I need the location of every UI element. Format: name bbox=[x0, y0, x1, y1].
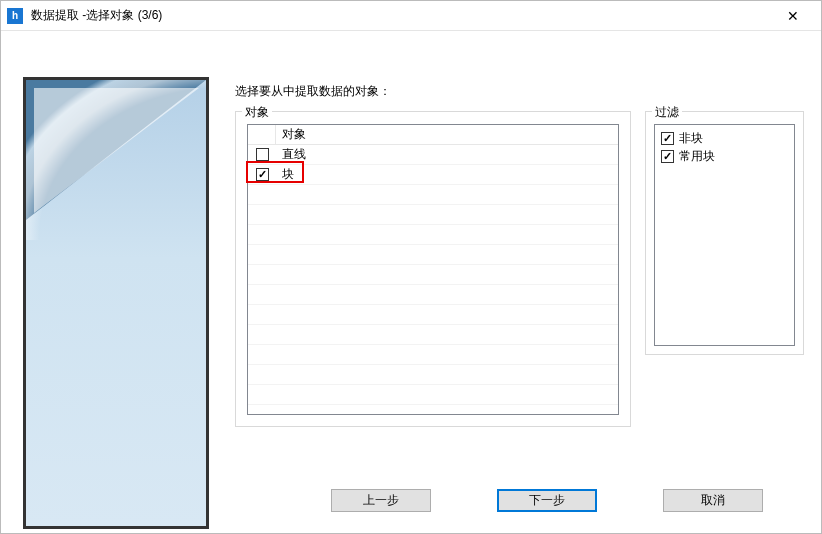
object-checkbox-line[interactable] bbox=[256, 148, 269, 161]
objects-legend: 对象 bbox=[242, 104, 272, 121]
dialog-window: h 数据提取 -选择对象 (3/6) ✕ 选择要从中提取数据的对象： 对象 对象 bbox=[0, 0, 822, 534]
filter-item[interactable]: 非块 bbox=[661, 129, 788, 147]
object-row[interactable]: 直线 bbox=[248, 145, 618, 165]
close-icon[interactable]: ✕ bbox=[773, 2, 813, 30]
titlebar: h 数据提取 -选择对象 (3/6) ✕ bbox=[1, 1, 821, 31]
filter-checkbox-commonblock[interactable] bbox=[661, 150, 674, 163]
content-area: 选择要从中提取数据的对象： 对象 对象 直线 bbox=[1, 31, 821, 533]
instruction-text: 选择要从中提取数据的对象： bbox=[235, 83, 391, 100]
object-row[interactable]: 块 bbox=[248, 165, 618, 185]
filter-item[interactable]: 常用块 bbox=[661, 147, 788, 165]
object-label: 块 bbox=[276, 166, 618, 183]
filter-label: 非块 bbox=[679, 130, 703, 147]
button-row: 上一步 下一步 取消 bbox=[331, 489, 803, 515]
objects-list[interactable]: 对象 直线 块 bbox=[247, 124, 619, 415]
object-checkbox-block[interactable] bbox=[256, 168, 269, 181]
back-button[interactable]: 上一步 bbox=[331, 489, 431, 512]
filter-list: 非块 常用块 bbox=[654, 124, 795, 346]
objects-list-header: 对象 bbox=[248, 125, 618, 145]
cancel-button[interactable]: 取消 bbox=[663, 489, 763, 512]
objects-fieldset: 对象 对象 直线 bbox=[235, 111, 631, 427]
app-icon: h bbox=[7, 8, 23, 24]
objects-header-label: 对象 bbox=[276, 126, 618, 143]
object-label: 直线 bbox=[276, 146, 618, 163]
filter-checkbox-nonblock[interactable] bbox=[661, 132, 674, 145]
preview-pane bbox=[23, 77, 209, 529]
filter-legend: 过滤 bbox=[652, 104, 682, 121]
filter-label: 常用块 bbox=[679, 148, 715, 165]
next-button[interactable]: 下一步 bbox=[497, 489, 597, 512]
filter-fieldset: 过滤 非块 常用块 bbox=[645, 111, 804, 355]
window-title: 数据提取 -选择对象 (3/6) bbox=[31, 7, 773, 24]
